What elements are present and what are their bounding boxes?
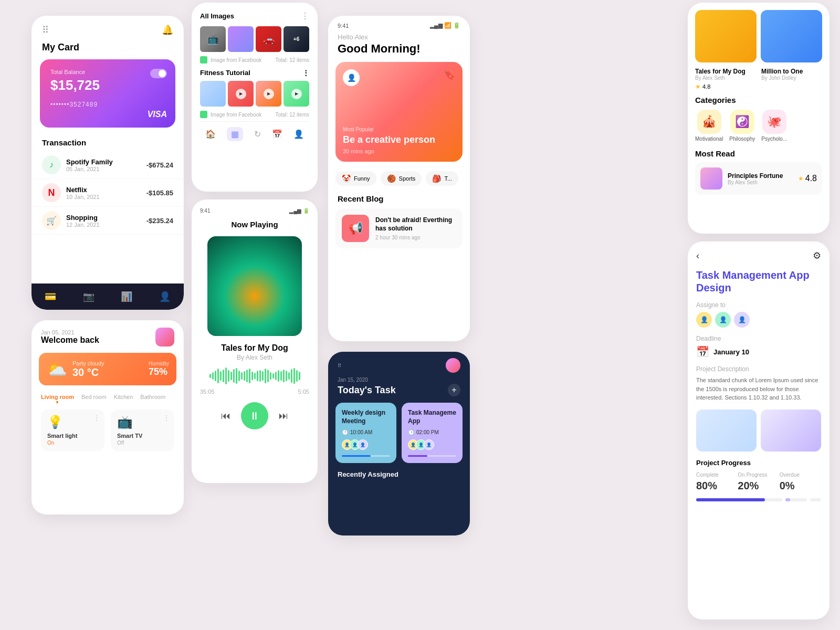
gallery-thumb-count[interactable]: +6 xyxy=(284,26,309,52)
tag-other[interactable]: 🎒 T... xyxy=(426,171,458,186)
gallery-thumb[interactable]: 📺 xyxy=(200,26,226,52)
category-motivational[interactable]: 🎪 Motivational xyxy=(695,110,723,142)
home-nav-icon[interactable]: 🏠 xyxy=(205,129,216,139)
waveform-bar xyxy=(293,368,295,384)
gallery-thumb[interactable]: 🚗 xyxy=(256,26,281,52)
progress-inprogress: On Progress 20% xyxy=(738,472,779,492)
taskman-title: Task Management App Design xyxy=(696,269,821,294)
most-read-book-title: Principles Fortune xyxy=(728,172,793,180)
tag-sports[interactable]: 🏀 Sports xyxy=(381,171,422,186)
fitness-thumb[interactable]: ▶ xyxy=(228,81,254,107)
assignee-label: Assigne to xyxy=(696,301,821,309)
clock-icon: 🕐 xyxy=(342,429,348,435)
visa-logo: VISA xyxy=(148,110,167,119)
task-avatars2: 👤 👤 👤 xyxy=(408,439,456,450)
wallet-nav-icon[interactable]: 💳 xyxy=(45,291,56,302)
gallery-thumb[interactable] xyxy=(228,26,254,52)
shopping-icon: 🛒 xyxy=(42,211,61,230)
room-tab-bathroom[interactable]: Bathroom xyxy=(140,394,165,403)
gallery-total: Total: 12 items xyxy=(276,57,309,63)
bookmark-icon[interactable]: 🔖 xyxy=(444,69,455,81)
play-pause-button[interactable]: ⏸ xyxy=(241,402,268,429)
room-tab-bedroom[interactable]: Bed room xyxy=(81,394,107,403)
book-info-row: Tales for My Dog By Alex Seth ★ 4.8 Mill… xyxy=(695,68,822,90)
task-progress-bar2 xyxy=(408,455,456,457)
morning-time: 9:41 xyxy=(338,23,349,29)
chart-nav-icon[interactable]: 📊 xyxy=(121,291,132,302)
waveform-bar xyxy=(251,372,253,380)
refresh-nav-icon[interactable]: ↻ xyxy=(254,129,261,139)
grid-nav-icon[interactable]: ▦ xyxy=(227,127,243,141)
most-read-info: Principles Fortune By Alex Seth xyxy=(728,172,793,185)
gallery-section1-title: All Images xyxy=(200,12,234,20)
tasks-title: Today's Task xyxy=(338,385,396,396)
weather-info: Party cloudy 30 °C xyxy=(72,360,149,379)
profile-nav-icon[interactable]: 👤 xyxy=(159,291,171,302)
gallery-section2-more[interactable]: ⋮ xyxy=(302,69,309,77)
prev-button[interactable]: ⏮ xyxy=(221,411,230,422)
device-item-light[interactable]: ⋮ 💡 Smart light On xyxy=(41,410,104,451)
gallery-total2: Total: 12 items xyxy=(276,112,309,118)
waveform-bar xyxy=(249,369,250,383)
task-card-app[interactable]: Task Manageme App 🕑 02:00 PM 👤 👤 👤 xyxy=(402,403,463,463)
gallery-source2-label: Image from Facebook xyxy=(211,112,261,118)
tag-funny[interactable]: 🤡 Funny xyxy=(335,171,376,186)
book-thumb-1[interactable] xyxy=(695,10,757,62)
netflix-icon: N xyxy=(42,183,61,202)
complete-value: 80% xyxy=(696,480,738,492)
fitness-thumb[interactable]: ▶ xyxy=(256,81,281,107)
room-tab-living[interactable]: Living room xyxy=(41,394,74,403)
device-menu-icon[interactable]: ⋮ xyxy=(163,414,170,422)
settings-icon[interactable]: ⚙ xyxy=(813,250,821,261)
card-toggle[interactable] xyxy=(150,69,167,78)
task-card-meeting[interactable]: Weekly design Meeting 🕐 10:00 AM 👤 👤 👤 xyxy=(335,403,396,463)
assignees-row: 👤 👤 👤 xyxy=(696,312,821,328)
fitness-thumb[interactable]: ▶ xyxy=(284,81,309,107)
tasks-avatar xyxy=(446,358,460,373)
music-elapsed: 35:05 xyxy=(200,388,215,395)
humidity-value: 75% xyxy=(149,366,169,377)
task-title-app: Task Manageme App xyxy=(408,409,456,425)
tasks-add-button[interactable]: + xyxy=(448,384,460,396)
hero-title: Be a creative person xyxy=(343,134,455,146)
calendar-nav-icon[interactable]: 📅 xyxy=(272,129,282,139)
device-item-tv[interactable]: ⋮ 📺 Smart TV Off xyxy=(111,410,174,451)
topic-tags: 🤡 Funny 🏀 Sports 🎒 T... xyxy=(328,169,470,192)
category-name-philosophy: Philosophy xyxy=(729,136,755,142)
morning-greeting-large: Good Morning! xyxy=(328,42,470,62)
gallery-more-icon[interactable]: ⋮ xyxy=(301,11,309,21)
books-card: Tales for My Dog By Alex Seth ★ 4.8 Mill… xyxy=(688,3,830,234)
task-avatar: 👤 xyxy=(358,439,368,450)
next-button[interactable]: ⏭ xyxy=(279,411,288,422)
profile-nav-icon2[interactable]: 👤 xyxy=(293,129,304,139)
complete-label: Complete xyxy=(696,472,738,478)
back-button[interactable]: ‹ xyxy=(696,250,699,261)
fitness-thumb[interactable] xyxy=(200,81,226,107)
blog-item[interactable]: 📢 Don't be afraid! Everthing has solutio… xyxy=(335,208,463,248)
book-author-1: By Alex Seth xyxy=(695,75,756,81)
camera-nav-icon[interactable]: 📷 xyxy=(83,291,94,302)
progress-stats: Complete 80% On Progress 20% Overdue 0% xyxy=(696,472,821,492)
gallery-bottom-nav: 🏠 ▦ ↻ 📅 👤 xyxy=(200,121,309,141)
transaction-name: Shopping xyxy=(66,214,146,222)
now-playing-title: Now Playing xyxy=(200,220,309,229)
waveform-bar xyxy=(267,370,269,382)
category-philosophy[interactable]: ☯️ Philosophy xyxy=(729,110,755,142)
complete-bar-fill xyxy=(696,498,765,501)
deadline-label: Deadline xyxy=(696,335,821,342)
tag-other-label: T... xyxy=(444,175,452,182)
smarthome-card: Jan 05, 2021 Welcome back ⛅ Party cloudy… xyxy=(32,320,184,514)
room-tab-kitchen[interactable]: Kitchen xyxy=(114,394,133,403)
most-read-item[interactable]: Principles Fortune By Alex Seth ★ 4.8 xyxy=(695,162,822,195)
waveform-bar xyxy=(225,368,227,384)
device-menu-icon[interactable]: ⋮ xyxy=(93,414,100,422)
inprogress-bar xyxy=(785,498,807,501)
gallery-source1: Image from Facebook Total: 12 items xyxy=(200,56,309,64)
waveform-bar xyxy=(212,372,214,380)
blog-time: 2 hour 30 mins ago xyxy=(375,235,456,240)
bell-icon[interactable]: 🔔 xyxy=(162,24,173,36)
category-psychology[interactable]: 🐙 Psycholo... xyxy=(761,110,787,142)
task-avatars: 👤 👤 👤 xyxy=(342,439,390,450)
music-times: 35:05 5:05 xyxy=(200,388,309,395)
book-thumb-2[interactable] xyxy=(761,10,822,62)
